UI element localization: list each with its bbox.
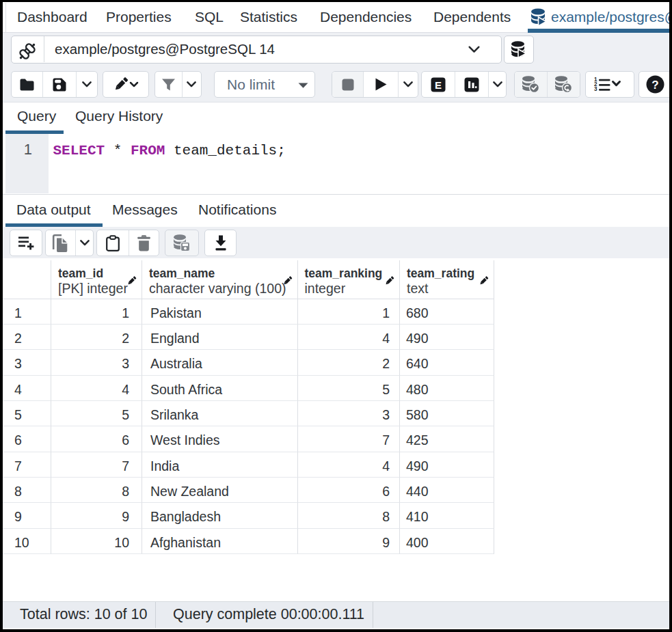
svg-text:E: E <box>435 79 442 90</box>
svg-text:?: ? <box>651 79 658 92</box>
svg-text:3: 3 <box>594 86 597 92</box>
